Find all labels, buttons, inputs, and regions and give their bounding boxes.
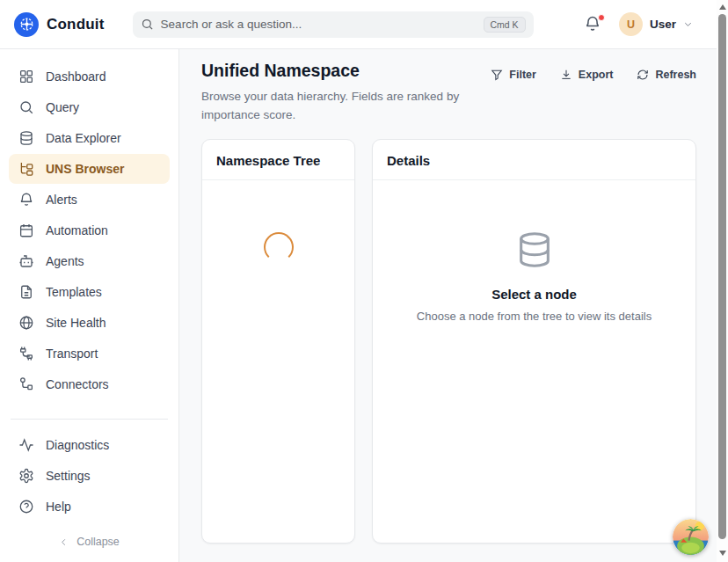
namespace-tree-body	[202, 180, 354, 543]
filter-label: Filter	[509, 69, 536, 81]
sidebar-item-settings[interactable]: Settings	[9, 461, 170, 491]
chevron-down-icon	[683, 19, 693, 29]
app-logo[interactable]: Conduit	[14, 12, 105, 37]
island-widget-button[interactable]	[673, 519, 709, 555]
file-text-icon	[18, 284, 34, 300]
tropical-island-icon	[673, 519, 709, 555]
sidebar-item-label: Automation	[46, 223, 108, 237]
scroll-up-arrow[interactable]	[719, 4, 726, 10]
sidebar-item-connectors[interactable]: Connectors	[9, 369, 170, 399]
sidebar-item-label: UNS Browser	[46, 162, 124, 176]
sidebar-item-label: Diagnostics	[46, 438, 109, 452]
page-title: Unified Namespace	[201, 61, 491, 81]
scroll-down-arrow[interactable]	[719, 551, 726, 556]
sidebar-item-agents[interactable]: Agents	[9, 246, 170, 276]
sidebar-item-automation[interactable]: Automation	[9, 215, 170, 245]
search-icon	[141, 18, 154, 31]
user-menu[interactable]: U User	[619, 12, 693, 36]
help-circle-icon	[18, 499, 34, 515]
avatar: U	[619, 12, 643, 36]
sidebar-item-dashboard[interactable]: Dashboard	[9, 62, 170, 91]
gear-icon	[18, 468, 34, 484]
namespace-tree-title: Namespace Tree	[202, 140, 354, 180]
sidebar-item-label: Dashboard	[46, 69, 106, 84]
funnel-icon	[491, 69, 503, 81]
panels-row: Namespace Tree Details Select a node Cho…	[201, 139, 696, 544]
sidebar-item-transport[interactable]: Transport	[9, 339, 170, 369]
notifications-button[interactable]	[584, 15, 603, 34]
search-icon	[18, 99, 34, 115]
scrollbar-thumb[interactable]	[718, 14, 726, 539]
calendar-icon	[18, 223, 34, 238]
sidebar-item-label: Alerts	[46, 193, 77, 207]
connector-icon	[18, 376, 34, 392]
user-name: User	[650, 18, 676, 31]
empty-state-title: Select a node	[491, 287, 577, 302]
bell-icon	[18, 192, 34, 208]
collapse-sidebar-button[interactable]: Collapse	[9, 522, 170, 555]
download-icon	[560, 69, 572, 81]
vertical-scrollbar[interactable]	[717, 0, 728, 562]
top-bar: Conduit Cmd K U User	[0, 0, 728, 49]
details-title: Details	[373, 140, 695, 180]
sidebar-item-help[interactable]: Help	[9, 492, 170, 522]
database-icon	[18, 130, 34, 146]
app-window: Conduit Cmd K U User Dashboard	[0, 0, 728, 562]
chevron-left-icon	[59, 537, 69, 547]
sidebar-divider	[11, 419, 168, 420]
cable-icon	[18, 346, 34, 361]
sidebar-item-label: Help	[46, 500, 71, 514]
sidebar-item-site-health[interactable]: Site Health	[9, 308, 170, 338]
export-button[interactable]: Export	[560, 69, 614, 81]
page-header: Unified Namespace Browse your data hiera…	[201, 61, 696, 125]
keyboard-shortcut-badge: Cmd K	[484, 17, 526, 33]
sidebar-item-data-explorer[interactable]: Data Explorer	[9, 123, 170, 153]
global-search[interactable]: Cmd K	[133, 11, 534, 38]
refresh-icon	[637, 69, 649, 81]
refresh-label: Refresh	[655, 69, 696, 81]
namespace-tree-panel: Namespace Tree	[201, 139, 355, 544]
refresh-button[interactable]: Refresh	[637, 69, 696, 81]
page-actions: Filter Export Refresh	[491, 61, 696, 81]
tree-icon	[18, 161, 34, 177]
page-header-text: Unified Namespace Browse your data hiera…	[201, 61, 491, 125]
sidebar-item-diagnostics[interactable]: Diagnostics	[9, 430, 170, 460]
empty-state-subtitle: Choose a node from the tree to view its …	[417, 310, 652, 323]
sidebar-item-label: Site Health	[46, 316, 106, 330]
details-empty-state: Select a node Choose a node from the tre…	[373, 180, 695, 543]
details-panel: Details Select a node Choose a node from…	[372, 139, 696, 544]
sidebar-item-label: Data Explorer	[46, 131, 121, 145]
filter-button[interactable]: Filter	[491, 69, 536, 81]
page-subtitle: Browse your data hierarchy. Fields are r…	[201, 88, 491, 125]
sidebar-item-label: Templates	[46, 285, 102, 299]
topbar-right-group: U User	[584, 12, 714, 36]
bot-icon	[18, 253, 34, 269]
globe-icon	[18, 315, 34, 331]
sidebar-item-label: Transport	[46, 347, 98, 361]
main-content: Unified Namespace Browse your data hiera…	[179, 49, 728, 562]
globe-logo-icon	[14, 12, 39, 37]
search-input[interactable]	[161, 18, 484, 31]
activity-icon	[18, 437, 34, 453]
collapse-label: Collapse	[76, 536, 120, 548]
sidebar-item-uns-browser[interactable]: UNS Browser	[9, 154, 170, 184]
sidebar-item-alerts[interactable]: Alerts	[9, 185, 170, 215]
database-icon	[514, 230, 555, 274]
export-label: Export	[579, 69, 614, 81]
brand-title: Conduit	[47, 16, 105, 33]
sidebar-item-label: Settings	[46, 469, 91, 483]
sidebar-item-label: Connectors	[46, 377, 109, 391]
sidebar-footer: Diagnostics Settings Help Collapse	[9, 410, 170, 555]
loading-spinner	[264, 232, 294, 262]
sidebar-item-label: Agents	[46, 254, 84, 268]
sidebar: Dashboard Query Data Explorer UNS Browse…	[0, 49, 179, 562]
sidebar-item-query[interactable]: Query	[9, 92, 170, 122]
notification-dot	[598, 14, 605, 21]
sidebar-item-label: Query	[46, 100, 79, 114]
dashboard-grid-icon	[18, 69, 34, 84]
sidebar-item-templates[interactable]: Templates	[9, 277, 170, 307]
